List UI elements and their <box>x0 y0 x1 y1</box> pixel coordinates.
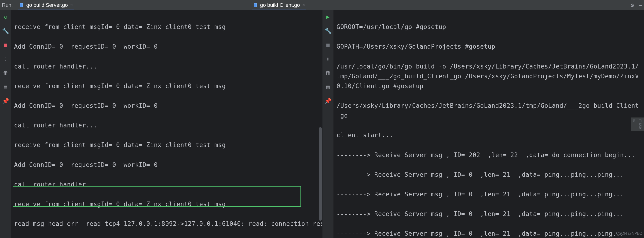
pane-client: ▶ 🔧 ■ ⇩ 🗑 ▤ 📌 GOROOT=/usr/local/go #gose… <box>322 10 644 238</box>
line: read msg head err read tcp4 127.0.0.1:80… <box>14 220 322 227</box>
tool-icons: ⚙ – <box>631 2 642 8</box>
go-file-icon <box>19 3 24 7</box>
close-icon[interactable]: × <box>70 2 73 8</box>
line: /usr/local/go/bin/go build -o /Users/xsk… <box>336 63 639 90</box>
stop-button[interactable]: ■ <box>324 41 332 49</box>
line: client start... <box>336 132 393 139</box>
line: receive from client msgId= 0 data= Zinx … <box>14 141 226 148</box>
watermark: CSON @NPEC <box>616 231 642 237</box>
tab-client[interactable]: go build Client.go × <box>250 1 308 9</box>
gutter-left: ↻ 🔧 ■ ⇩ 🗑 ▤ 📌 <box>0 10 11 238</box>
svg-rect-0 <box>20 3 23 7</box>
stop-button[interactable]: ■ <box>2 41 10 49</box>
wrench-icon[interactable]: 🔧 <box>2 27 10 35</box>
line: receive from client msgId= 0 data= Zinx … <box>14 82 226 90</box>
gutter-right: ▶ 🔧 ■ ⇩ 🗑 ▤ 📌 <box>322 10 334 238</box>
line: GOPATH=/Users/xsky/GolandProjects #goset… <box>336 43 495 50</box>
trash-icon[interactable]: 🗑 <box>2 69 10 77</box>
line: Add ConnID= 0 requestID= 0 workID= 0 <box>14 102 158 109</box>
console-server[interactable]: receive from client msgId= 0 data= Zinx … <box>11 10 322 238</box>
download-icon[interactable]: ⇩ <box>2 55 10 63</box>
rerun-button[interactable]: ↻ <box>2 13 10 21</box>
root: Run: go build Server.go × go build Clien… <box>0 0 644 238</box>
line: Add ConnID= 0 requestID= 0 workID= 0 <box>14 161 158 168</box>
pin-icon[interactable]: 📌 <box>324 97 332 105</box>
topbar: Run: go build Server.go × go build Clien… <box>0 0 644 10</box>
line: Add ConnID= 0 requestID= 0 workID= 0 <box>14 43 158 50</box>
console-client[interactable]: GOROOT=/usr/local/go #gosetup GOPATH=/Us… <box>334 10 644 238</box>
line: /Users/xsky/Library/Caches/JetBrains/GoL… <box>336 102 639 119</box>
tabs-row: go build Server.go × go build Client.go … <box>16 1 631 9</box>
run-label: Run: <box>2 2 16 8</box>
gear-icon[interactable]: ⚙ <box>631 2 634 8</box>
line: --------> Receive Server msg , ID= 0 ,le… <box>336 191 624 198</box>
line: --------> Receive Server msg , ID= 0 ,le… <box>336 211 624 218</box>
line: receive from client msgId= 0 data= Zinx … <box>14 23 226 30</box>
line: call router handler... <box>14 122 97 129</box>
scrollbar[interactable] <box>319 127 322 221</box>
play-button[interactable]: ▶ <box>324 13 332 21</box>
line: --------> Receive Server msg , ID= 0 ,le… <box>336 230 624 237</box>
line: --------> Receive Server msg , ID= 0 ,le… <box>336 171 624 178</box>
minimize-icon[interactable]: – <box>639 2 642 8</box>
pane-server: ↻ 🔧 ■ ⇩ 🗑 ▤ 📌 receive from client msgId=… <box>0 10 322 238</box>
go-file-icon <box>253 3 258 7</box>
line: GOROOT=/usr/local/go #gosetup <box>336 23 446 30</box>
tab-label: go build Client.go <box>260 2 300 8</box>
svg-rect-2 <box>254 3 257 7</box>
side-letters: make is <box>631 117 644 131</box>
panes: ↻ 🔧 ■ ⇩ 🗑 ▤ 📌 receive from client msgId=… <box>0 10 644 238</box>
highlight-frame <box>13 186 301 207</box>
layout-icon[interactable]: ▤ <box>2 83 10 91</box>
wrench-icon[interactable]: 🔧 <box>324 27 332 35</box>
line: --------> Receive Server msg , ID= 202 ,… <box>336 152 635 159</box>
download-icon[interactable]: ⇩ <box>324 55 332 63</box>
line: call router handler... <box>14 63 97 70</box>
trash-icon[interactable]: 🗑 <box>324 69 332 77</box>
tab-server[interactable]: go build Server.go × <box>16 1 76 9</box>
layout-icon[interactable]: ▤ <box>324 83 332 91</box>
close-icon[interactable]: × <box>302 2 305 8</box>
tab-label: go build Server.go <box>26 2 68 8</box>
pin-icon[interactable]: 📌 <box>2 97 10 105</box>
